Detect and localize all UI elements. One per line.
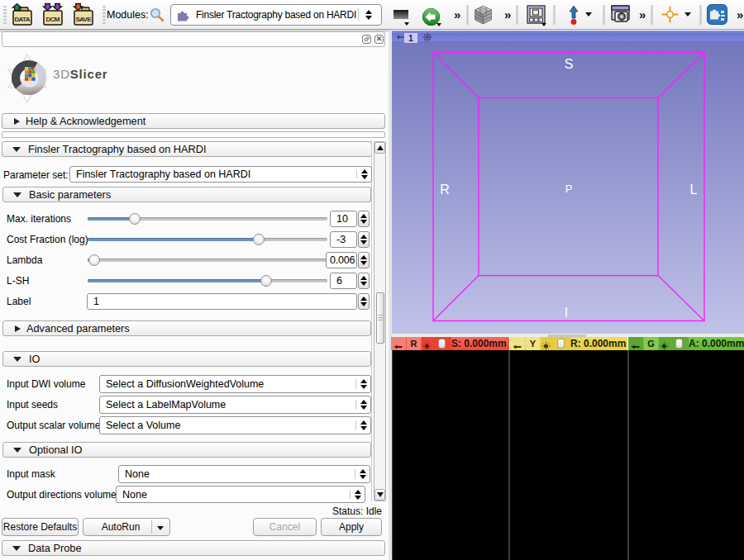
svg-text:DATA: DATA: [15, 16, 31, 23]
svg-text:3DSlicer: 3DSlicer: [53, 67, 107, 81]
svg-text:R: R: [440, 183, 450, 197]
svg-text:S: S: [565, 57, 574, 71]
svg-text:SAVE: SAVE: [76, 16, 93, 23]
svg-text:DCM: DCM: [46, 16, 60, 23]
svg-text:I: I: [565, 306, 568, 320]
svg-text:P: P: [565, 183, 573, 195]
svg-text:L: L: [690, 183, 698, 197]
